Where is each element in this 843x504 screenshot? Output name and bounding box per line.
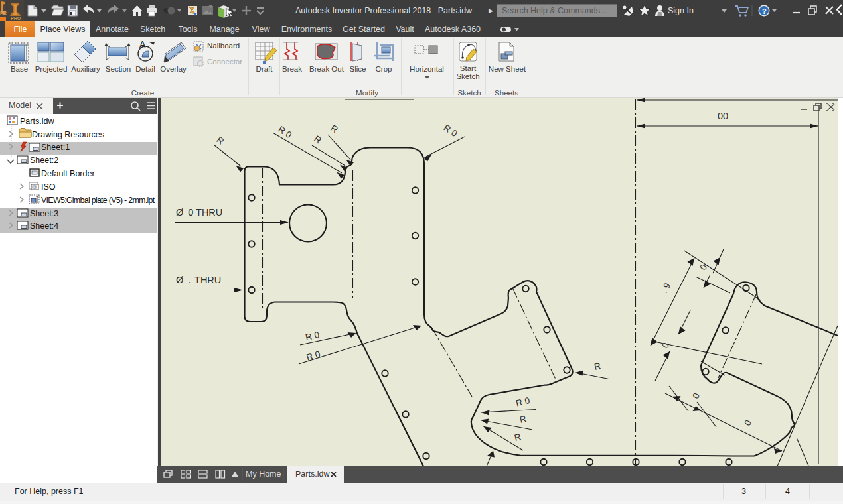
svg-text:R 0: R 0 bbox=[276, 124, 293, 140]
svg-text:Ø . THRU: Ø . THRU bbox=[176, 275, 221, 285]
svg-text:R: R bbox=[214, 135, 226, 147]
svg-text:0: 0 bbox=[742, 418, 753, 428]
svg-text:R 0: R 0 bbox=[442, 123, 459, 139]
svg-text:R: R bbox=[518, 414, 527, 425]
svg-text:R 0: R 0 bbox=[515, 395, 531, 409]
svg-text:?: ? bbox=[762, 7, 767, 15]
svg-text:00: 00 bbox=[718, 111, 728, 121]
svg-text:R: R bbox=[513, 432, 522, 443]
svg-text:. 9: . 9 bbox=[659, 281, 672, 294]
svg-text:0: 0 bbox=[660, 341, 671, 350]
svg-text:R: R bbox=[329, 123, 340, 135]
svg-text:0: 0 bbox=[690, 391, 702, 401]
svg-text:PRO: PRO bbox=[11, 16, 21, 21]
svg-text:0: 0 bbox=[698, 263, 709, 272]
svg-text:A: A bbox=[139, 39, 146, 50]
svg-text:R 0: R 0 bbox=[305, 349, 321, 362]
svg-text:PR: PR bbox=[0, 11, 7, 15]
svg-text:Ø 0 THRU: Ø 0 THRU bbox=[176, 207, 222, 218]
svg-text:R: R bbox=[312, 133, 323, 145]
svg-text:R 0: R 0 bbox=[305, 330, 321, 342]
svg-text:R: R bbox=[593, 361, 602, 372]
